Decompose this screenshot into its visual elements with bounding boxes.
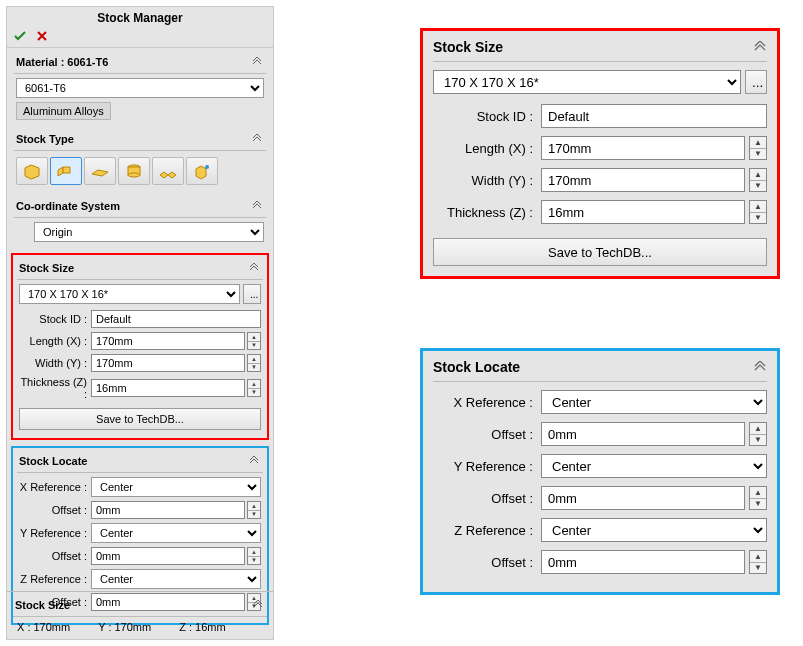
stock-size-heading: Stock Size — [433, 39, 503, 55]
stock-type-section: Stock Type — [13, 129, 267, 192]
yref-label: Y Reference : — [19, 527, 91, 539]
cancel-icon[interactable] — [36, 29, 48, 41]
stock-id-input[interactable] — [91, 310, 261, 328]
stock-dim-dropdown[interactable]: 170 X 170 X 16* — [433, 70, 741, 94]
panel-title: Stock Manager — [7, 7, 273, 27]
accept-icon[interactable] — [13, 29, 30, 41]
stock-locate-enlarged: Stock Locate X Reference : Center Offset… — [420, 348, 780, 595]
collapse-icon[interactable] — [250, 199, 264, 213]
stock-size-enlarged: Stock Size 170 X 170 X 16* ... Stock ID … — [420, 28, 780, 279]
width-input[interactable] — [91, 354, 245, 372]
confirm-bar — [7, 27, 273, 48]
zref-dropdown[interactable]: Center — [91, 569, 261, 589]
thickness-input[interactable] — [91, 379, 245, 397]
stock-id-label: Stock ID : — [433, 109, 541, 124]
browse-button[interactable]: ... — [243, 284, 261, 304]
collapse-icon[interactable] — [753, 40, 767, 54]
width-input[interactable] — [541, 168, 745, 192]
footer-y: Y : 170mm — [98, 621, 151, 633]
stock-type-heading: Stock Type — [16, 133, 74, 145]
yoff-spinner[interactable]: ▲▼ — [749, 486, 767, 510]
stock-type-part-icon[interactable] — [152, 157, 184, 185]
collapse-icon[interactable] — [247, 454, 261, 468]
thickness-spinner[interactable]: ▲▼ — [247, 379, 261, 397]
svg-marker-1 — [58, 167, 63, 176]
width-spinner[interactable]: ▲▼ — [247, 354, 261, 372]
stock-locate-heading: Stock Locate — [433, 359, 520, 375]
footer-heading: Stock Size — [15, 599, 70, 611]
length-label: Length (X) : — [433, 141, 541, 156]
width-label: Width (Y) : — [433, 173, 541, 188]
stock-type-extruded-icon[interactable] — [50, 157, 82, 185]
svg-marker-3 — [92, 170, 108, 176]
yoff-input[interactable] — [541, 486, 745, 510]
yoff-label: Offset : — [19, 550, 91, 562]
xoff-label: Offset : — [433, 427, 541, 442]
xoff-input[interactable] — [541, 422, 745, 446]
length-input[interactable] — [91, 332, 245, 350]
svg-marker-8 — [168, 172, 176, 178]
collapse-icon[interactable] — [250, 55, 264, 69]
coord-heading: Co-ordinate System — [16, 200, 120, 212]
stock-locate-heading: Stock Locate — [19, 455, 87, 467]
yoff-spinner[interactable]: ▲▼ — [247, 547, 261, 565]
yref-dropdown[interactable]: Center — [91, 523, 261, 543]
stock-size-heading: Stock Size — [19, 262, 74, 274]
stock-type-cylinder-icon[interactable] — [118, 157, 150, 185]
collapse-icon[interactable] — [251, 598, 265, 612]
width-spinner[interactable]: ▲▼ — [749, 168, 767, 192]
collapse-icon[interactable] — [247, 261, 261, 275]
xoff-spinner[interactable]: ▲▼ — [749, 422, 767, 446]
browse-button[interactable]: ... — [745, 70, 767, 94]
xref-label: X Reference : — [19, 481, 91, 493]
xref-label: X Reference : — [433, 395, 541, 410]
svg-marker-7 — [160, 172, 168, 178]
xoff-input[interactable] — [91, 501, 245, 519]
width-label: Width (Y) : — [19, 357, 91, 369]
footer-x: X : 170mm — [17, 621, 70, 633]
stock-id-input[interactable] — [541, 104, 767, 128]
stock-type-stl-icon[interactable] — [186, 157, 218, 185]
xoff-label: Offset : — [19, 504, 91, 516]
thickness-label: Thickness (Z) : — [433, 205, 541, 220]
collapse-icon[interactable] — [753, 360, 767, 374]
svg-point-10 — [205, 165, 209, 169]
length-spinner[interactable]: ▲▼ — [749, 136, 767, 160]
stock-id-label: Stock ID : — [19, 313, 91, 325]
xref-dropdown[interactable]: Center — [541, 390, 767, 414]
coord-system-section: Co-ordinate System Origin — [13, 196, 267, 247]
stock-type-sheet-icon[interactable] — [84, 157, 116, 185]
material-family: Aluminum Alloys — [16, 102, 111, 120]
stock-type-box-icon[interactable] — [16, 157, 48, 185]
yoff-label: Offset : — [433, 491, 541, 506]
stock-size-section: Stock Size 170 X 170 X 16* ... Stock ID … — [11, 253, 269, 440]
coord-dropdown[interactable]: Origin — [34, 222, 264, 242]
stock-manager-panel: Stock Manager Material : 6061-T6 6061-T6… — [6, 6, 274, 640]
save-techdb-button[interactable]: Save to TechDB... — [433, 238, 767, 266]
footer-z: Z : 16mm — [179, 621, 225, 633]
stock-dim-dropdown[interactable]: 170 X 170 X 16* — [19, 284, 240, 304]
zref-label: Z Reference : — [433, 523, 541, 538]
xref-dropdown[interactable]: Center — [91, 477, 261, 497]
yoff-input[interactable] — [91, 547, 245, 565]
save-techdb-button[interactable]: Save to TechDB... — [19, 408, 261, 430]
svg-point-6 — [128, 173, 140, 177]
collapse-icon[interactable] — [250, 132, 264, 146]
zref-label: Z Reference : — [19, 573, 91, 585]
thickness-spinner[interactable]: ▲▼ — [749, 200, 767, 224]
zoff-input[interactable] — [541, 550, 745, 574]
material-dropdown[interactable]: 6061-T6 — [16, 78, 264, 98]
length-spinner[interactable]: ▲▼ — [247, 332, 261, 350]
length-label: Length (X) : — [19, 335, 91, 347]
xoff-spinner[interactable]: ▲▼ — [247, 501, 261, 519]
thickness-input[interactable] — [541, 200, 745, 224]
svg-marker-2 — [63, 167, 70, 173]
yref-dropdown[interactable]: Center — [541, 454, 767, 478]
length-input[interactable] — [541, 136, 745, 160]
yref-label: Y Reference : — [433, 459, 541, 474]
material-heading: Material : 6061-T6 — [16, 56, 108, 68]
zoff-label: Offset : — [433, 555, 541, 570]
zref-dropdown[interactable]: Center — [541, 518, 767, 542]
zoff-spinner[interactable]: ▲▼ — [749, 550, 767, 574]
material-section: Material : 6061-T6 6061-T6 Aluminum Allo… — [13, 52, 267, 125]
